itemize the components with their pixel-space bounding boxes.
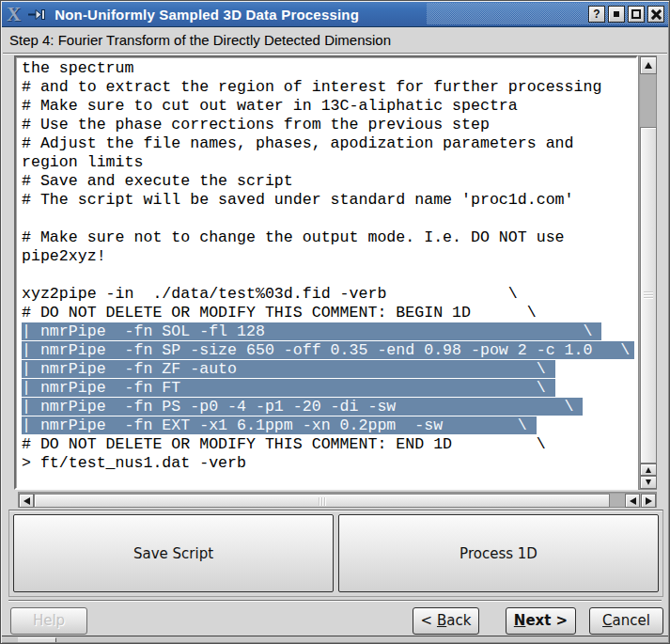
save-script-button[interactable]: Save Script bbox=[13, 514, 334, 592]
resize-handle[interactable] bbox=[18, 637, 56, 642]
vertical-scrollbar-thumb[interactable] bbox=[640, 127, 657, 463]
up-arrow-icon bbox=[646, 467, 651, 473]
script-editor: the spectrum # and to extract the region… bbox=[14, 55, 657, 507]
maximize-button[interactable] bbox=[628, 6, 645, 23]
script-text-frame: the spectrum # and to extract the region… bbox=[14, 55, 638, 490]
back-button[interactable]: < Back bbox=[413, 607, 479, 635]
close-icon bbox=[651, 9, 662, 20]
step-heading: Step 4: Fourier Transform of the Directl… bbox=[3, 28, 667, 53]
help-button: Help bbox=[10, 607, 87, 635]
thumb-grip bbox=[319, 497, 326, 506]
wizard-nav: Help < Back Next > Cancel bbox=[10, 606, 663, 635]
iconify-button[interactable] bbox=[608, 6, 625, 23]
process-1d-button[interactable]: Process 1D bbox=[338, 514, 659, 592]
dialog-window: X Non-Uniformly Sampled 3D Data Processi… bbox=[0, 0, 670, 644]
thumb-grip bbox=[644, 291, 653, 299]
scroll-left-button-right[interactable] bbox=[625, 494, 640, 508]
heading-separator bbox=[3, 53, 667, 55]
x11-logo-icon: X bbox=[7, 5, 21, 24]
cancel-button[interactable]: Cancel bbox=[589, 607, 663, 635]
iconify-icon bbox=[614, 11, 619, 17]
pushpin-icon[interactable] bbox=[27, 8, 46, 21]
left-arrow-icon bbox=[23, 497, 30, 505]
window-title: Non-Uniformly Sampled 3D Data Processing bbox=[55, 7, 359, 23]
titlebar[interactable]: X Non-Uniformly Sampled 3D Data Processi… bbox=[2, 2, 668, 27]
scroll-left-button[interactable] bbox=[19, 494, 34, 508]
vertical-scrollbar[interactable] bbox=[638, 55, 657, 490]
script-text[interactable]: the spectrum # and to extract the region… bbox=[18, 58, 634, 486]
up-arrow-icon bbox=[645, 62, 652, 69]
scroll-down-button[interactable] bbox=[640, 476, 657, 489]
help-glyph: ? bbox=[593, 8, 600, 21]
action-button-frame: Save Script Process 1D bbox=[8, 510, 663, 597]
scroll-up-button[interactable] bbox=[640, 56, 657, 74]
horizontal-scrollbar-thumb[interactable] bbox=[34, 494, 610, 508]
right-arrow-icon bbox=[646, 497, 652, 505]
titlebar-help-button[interactable]: ? bbox=[588, 6, 605, 23]
next-button[interactable]: Next > bbox=[506, 607, 576, 635]
down-arrow-icon bbox=[646, 479, 651, 485]
maximize-icon bbox=[631, 9, 641, 19]
window-bottom-border bbox=[2, 636, 668, 642]
nav-separator bbox=[8, 600, 662, 602]
scroll-right-button[interactable] bbox=[641, 494, 656, 508]
scroll-up-button-bottom[interactable] bbox=[640, 463, 657, 476]
left-arrow-icon bbox=[630, 497, 636, 505]
close-button[interactable] bbox=[647, 6, 664, 23]
horizontal-scrollbar[interactable] bbox=[18, 492, 657, 508]
